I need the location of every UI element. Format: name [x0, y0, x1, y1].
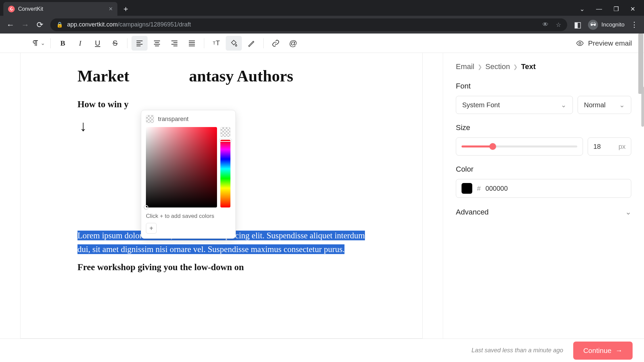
url-text: app.convertkit.com/campaigns/12896951/dr… — [67, 21, 191, 28]
minimize-icon[interactable]: — — [596, 5, 602, 12]
scroll-thumb[interactable] — [638, 34, 643, 94]
align-justify-button[interactable] — [184, 36, 200, 51]
color-hex-value: 000000 — [485, 185, 508, 192]
browser-urlbar-row: ← → ⟳ 🔒 app.convertkit.com/campaigns/128… — [0, 16, 644, 34]
favicon-icon — [8, 6, 15, 12]
breadcrumb-email[interactable]: Email — [456, 62, 474, 71]
font-size-button[interactable]: TT — [208, 36, 224, 51]
align-right-button[interactable] — [166, 36, 182, 51]
fill-color-button[interactable] — [226, 36, 242, 51]
chevron-right-icon: ❯ — [513, 64, 518, 70]
hue-slider[interactable] — [220, 140, 230, 207]
last-saved-text: Last saved less than a minute ago — [472, 347, 563, 354]
eye-icon — [576, 39, 584, 47]
strikethrough-button[interactable]: S — [107, 36, 123, 51]
lock-icon: 🔒 — [56, 21, 63, 28]
link-button[interactable] — [268, 36, 284, 51]
extensions-icon[interactable]: ◧ — [573, 20, 582, 29]
hash-symbol: # — [477, 185, 481, 192]
editor-toolbar: ⌄ B I U S TT @ Preview email — [0, 34, 644, 53]
advanced-label: Advanced — [456, 208, 489, 217]
chevron-right-icon: ❯ — [478, 64, 482, 70]
properties-panel: Email ❯ Section ❯ Text Font System Font … — [443, 53, 644, 339]
browser-tab[interactable]: ConvertKit × — [3, 2, 117, 16]
align-center-button[interactable] — [149, 36, 165, 51]
size-slider[interactable] — [456, 137, 583, 156]
new-tab-button[interactable]: + — [117, 2, 134, 16]
app-root: ⌄ B I U S TT @ Preview email Marketing f… — [0, 34, 644, 362]
slider-thumb[interactable] — [489, 143, 496, 150]
advanced-toggle[interactable]: Advanced ⌄ — [456, 208, 631, 217]
preview-email-button[interactable]: Preview email — [576, 39, 638, 47]
eye-off-icon[interactable]: 👁 — [542, 21, 548, 28]
hue-thumb[interactable] — [219, 139, 231, 142]
chevron-down-icon[interactable]: ⌄ — [580, 5, 585, 13]
canvas-wrap: Marketing for Fantasy Authors How to win… — [0, 53, 443, 339]
color-chip[interactable] — [462, 183, 472, 194]
continue-label: Continue — [583, 347, 611, 355]
color-label: Color — [456, 165, 631, 174]
breadcrumb-section[interactable]: Section — [485, 62, 510, 71]
current-color-row: transparent — [146, 115, 231, 123]
chevron-down-icon: ⌄ — [619, 101, 625, 109]
color-input[interactable]: # 000000 — [456, 179, 631, 198]
window-controls: ⌄ — ❐ ✕ — [571, 2, 644, 16]
incognito-label: Incognito — [601, 21, 625, 28]
page-scrollbar[interactable] — [637, 34, 644, 362]
email-subheading[interactable]: How to win y — [77, 99, 365, 110]
footer-bar: Last saved less than a minute ago Contin… — [0, 339, 644, 362]
font-family-value: System Font — [462, 101, 500, 109]
underline-button[interactable]: U — [90, 36, 106, 51]
font-family-select[interactable]: System Font ⌄ — [456, 96, 573, 114]
add-saved-color-button[interactable]: + — [146, 223, 157, 234]
current-color-label: transparent — [158, 116, 189, 123]
color-picker-popover: transparent Click + to add saved colors … — [141, 110, 236, 239]
url-input[interactable]: 🔒 app.convertkit.com/campaigns/12896951/… — [50, 18, 567, 31]
italic-button[interactable]: I — [72, 36, 88, 51]
heading-left: Market — [77, 67, 129, 85]
saved-colors-hint: Click + to add saved colors — [146, 213, 231, 220]
saturation-value-panel[interactable] — [146, 127, 217, 207]
browser-tabstrip: ConvertKit × + ⌄ — ❐ ✕ — [0, 0, 644, 16]
incognito-badge: 🕶 Incognito — [588, 20, 625, 30]
font-weight-select[interactable]: Normal ⌄ — [578, 96, 631, 114]
mention-button[interactable]: @ — [285, 36, 301, 51]
svg-point-0 — [579, 42, 581, 44]
tab-title: ConvertKit — [18, 6, 43, 12]
font-weight-value: Normal — [584, 101, 605, 109]
size-unit: px — [619, 143, 626, 150]
incognito-icon: 🕶 — [588, 20, 598, 30]
font-label: Font — [456, 82, 631, 90]
size-input[interactable]: 18 px — [588, 137, 631, 156]
continue-button[interactable]: Continue → — [573, 342, 633, 360]
back-icon[interactable]: ← — [6, 20, 15, 29]
chevron-down-icon: ⌄ — [625, 208, 631, 217]
size-value: 18 — [593, 143, 601, 150]
maximize-icon[interactable]: ❐ — [613, 5, 619, 13]
size-label: Size — [456, 123, 631, 132]
email-heading[interactable]: Marketing for Fantasy Authors — [77, 66, 365, 86]
breadcrumb-text: Text — [521, 62, 536, 71]
close-window-icon[interactable]: ✕ — [630, 5, 635, 13]
alpha-swatch[interactable] — [220, 127, 230, 137]
highlight-button[interactable] — [243, 36, 259, 51]
star-icon[interactable]: ☆ — [556, 21, 561, 28]
heading-right: antasy Authors — [189, 67, 293, 85]
chevron-down-icon: ⌄ — [561, 101, 567, 109]
main-layout: Marketing for Fantasy Authors How to win… — [0, 53, 644, 339]
kebab-menu-icon[interactable]: ⋮ — [631, 20, 638, 29]
arrow-right-icon: → — [615, 347, 623, 355]
paragraph-style-button[interactable]: ⌄ — [30, 36, 46, 51]
reload-icon[interactable]: ⟳ — [36, 20, 44, 29]
align-left-button[interactable] — [131, 36, 148, 51]
transparent-swatch-icon[interactable] — [146, 115, 154, 123]
close-tab-icon[interactable]: × — [109, 5, 113, 13]
forward-icon[interactable]: → — [21, 20, 30, 29]
sv-cursor[interactable] — [144, 205, 148, 209]
preview-label: Preview email — [588, 39, 632, 47]
bold-button[interactable]: B — [55, 36, 71, 51]
breadcrumb: Email ❯ Section ❯ Text — [456, 62, 631, 71]
workshop-heading[interactable]: Free workshop giving you the low-down on — [77, 262, 365, 273]
